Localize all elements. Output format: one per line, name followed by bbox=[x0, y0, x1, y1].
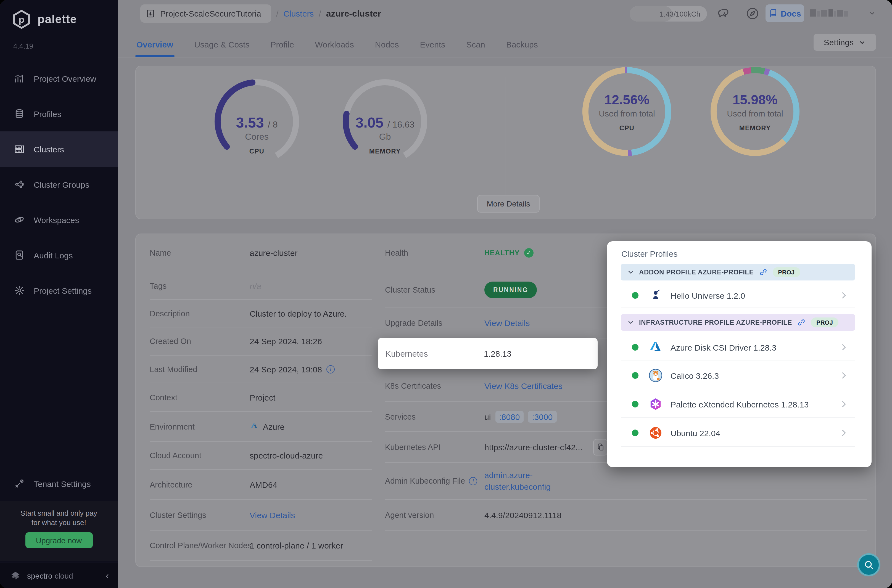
profile-layer-palette-extended-kubernetes-1-28-13[interactable]: Palette eXtended Kubernetes 1.28.13 bbox=[621, 391, 855, 418]
sidebar-item-project-settings[interactable]: Project Settings bbox=[0, 273, 118, 308]
spectro-cloud-logo bbox=[9, 570, 22, 582]
tabs: OverviewUsage & CostsProfileWorkloadsNod… bbox=[135, 32, 539, 56]
tab-workloads[interactable]: Workloads bbox=[314, 32, 355, 56]
proj-badge: PROJ bbox=[772, 267, 800, 277]
detail-row-environment: EnvironmentAzure bbox=[150, 412, 372, 442]
link-view-details[interactable]: View Details bbox=[484, 318, 530, 328]
gear-icon bbox=[13, 284, 26, 297]
tab-usage-costs[interactable]: Usage & Costs bbox=[193, 32, 251, 56]
kubeconfig-download-link[interactable]: admin.azure-cluster.kubeconfig bbox=[484, 469, 551, 492]
profile-layer-calico-3-26-3[interactable]: Calico 3.26.3 bbox=[621, 362, 855, 389]
sidebar-item-project-overview[interactable]: Project Overview bbox=[0, 61, 118, 96]
app-window: p palette 4.4.19 Project Overview Profil… bbox=[0, 0, 892, 588]
status-dot-green bbox=[632, 372, 638, 379]
profile-section-addon-profile-azure-profile[interactable]: ADDON PROFILE AZURE-PROFILE PROJ bbox=[621, 264, 855, 280]
audit-icon bbox=[13, 249, 26, 261]
detail-value: spectro-cloud-azure bbox=[250, 451, 323, 460]
detail-label: Control Plane/Worker Nodes bbox=[150, 541, 252, 550]
detail-label: Architecture bbox=[150, 480, 192, 489]
compass-icon[interactable] bbox=[746, 7, 760, 20]
sidebar-item-workspaces[interactable]: Workspaces bbox=[0, 202, 118, 237]
detail-value: Project bbox=[250, 393, 275, 402]
cluster-profiles-panel: Cluster Profiles ADDON PROFILE AZURE-PRO… bbox=[607, 241, 872, 467]
chevron-right-icon bbox=[839, 343, 848, 352]
chevron-down-icon bbox=[628, 269, 634, 276]
settings-button[interactable]: Settings bbox=[814, 34, 876, 51]
chevron-down-icon bbox=[858, 38, 866, 46]
user-menu-redacted[interactable] bbox=[810, 9, 848, 16]
chevron-right-icon bbox=[839, 291, 848, 300]
cpu-used-donut-sublabel: Used from total bbox=[580, 109, 674, 118]
breadcrumb-project-pill[interactable]: Project-ScaleSecureTutoria bbox=[140, 4, 271, 22]
link-view-details[interactable]: View Details bbox=[250, 510, 295, 519]
tab-events[interactable]: Events bbox=[419, 32, 446, 56]
tab-nodes[interactable]: Nodes bbox=[374, 32, 400, 56]
profile-section-infrastructure-profile-azure-profile[interactable]: INFRASTRUCTURE PROFILE AZURE-PROFILE PRO… bbox=[621, 314, 855, 331]
tab-backups[interactable]: Backups bbox=[505, 32, 539, 56]
kubernetes-version-value: 1.28.13 bbox=[484, 349, 511, 358]
docs-button[interactable]: Docs bbox=[766, 4, 804, 22]
more-details-button[interactable]: More Details bbox=[477, 195, 540, 213]
sidebar-item-label: Workspaces bbox=[34, 215, 79, 224]
profile-layer-name: Ubuntu 22.04 bbox=[671, 428, 720, 438]
user-menu-chevron-down-icon[interactable] bbox=[868, 9, 876, 17]
server-icon bbox=[13, 143, 26, 155]
detail-value: Azure bbox=[250, 422, 284, 431]
calico-icon bbox=[649, 368, 663, 382]
sidebar-collapse-button[interactable]: ‹ bbox=[106, 571, 109, 580]
brand: p palette bbox=[11, 9, 77, 30]
detail-value: n/a bbox=[250, 281, 261, 290]
detail-label: Kubernetes API bbox=[385, 442, 441, 452]
detail-value: 24 Sep 2024, 19:08i bbox=[250, 364, 335, 374]
sidebar-item-label: Tenant Settings bbox=[34, 479, 91, 488]
detail-row-description: DescriptionCluster to deploy to Azure. bbox=[150, 300, 372, 327]
tab-overview[interactable]: Overview bbox=[135, 32, 174, 56]
sidebar-item-cluster-groups[interactable]: Cluster Groups bbox=[0, 167, 118, 202]
cpu-used-donut: 12.56%Used from totalCPU bbox=[580, 64, 674, 159]
detail-value: azure-cluster bbox=[250, 248, 297, 258]
cpu-gauge-caption: CPU bbox=[210, 147, 304, 155]
breadcrumb: / Clusters / azure-cluster bbox=[276, 4, 381, 22]
memory-gauge-caption: MEMORY bbox=[338, 147, 432, 155]
profile-layer-azure-disk-csi-driver-1-28-3[interactable]: Azure Disk CSI Driver 1.28.3 bbox=[621, 334, 855, 361]
detail-value: 1 control-plane / 1 worker bbox=[250, 541, 343, 550]
detail-label: Created On bbox=[150, 337, 191, 346]
bar-chart-icon bbox=[13, 72, 26, 84]
tab-scan[interactable]: Scan bbox=[465, 32, 486, 56]
layers-icon bbox=[13, 108, 26, 120]
detail-row-name: Nameazure-cluster bbox=[150, 234, 372, 272]
sidebar-item-label: Profiles bbox=[34, 109, 61, 118]
service-port-link[interactable]: :3000 bbox=[528, 411, 556, 422]
usage-credits-badge: 1.43/100kCh bbox=[630, 6, 707, 21]
brand-name: palette bbox=[38, 13, 77, 26]
chevron-right-icon bbox=[839, 429, 848, 437]
chat-icon[interactable] bbox=[717, 7, 731, 20]
cpu-gauge: 3.53 / 8CoresCPU bbox=[210, 75, 304, 168]
search-fab-button[interactable] bbox=[857, 553, 880, 576]
info-icon[interactable]: i bbox=[469, 477, 477, 485]
profile-layer-hello-universe-1-2-0[interactable]: Hello Universe 1.2.0 bbox=[621, 283, 855, 308]
sidebar-item-audit-logs[interactable]: Audit Logs bbox=[0, 237, 118, 273]
profile-layer-name: Calico 3.26.3 bbox=[671, 371, 719, 380]
sidebar-nav-tenant: Tenant Settings bbox=[0, 466, 118, 501]
tab-profile[interactable]: Profile bbox=[270, 32, 295, 56]
breadcrumb-clusters-link[interactable]: Clusters bbox=[283, 9, 314, 18]
upgrade-now-button[interactable]: Upgrade now bbox=[25, 532, 93, 548]
detail-value: Cluster to deploy to Azure. bbox=[250, 309, 347, 318]
link-view-k8s-certificates[interactable]: View K8s Certificates bbox=[484, 381, 563, 391]
sidebar-item-label: Project Overview bbox=[34, 74, 96, 83]
copy-api-url-button[interactable] bbox=[593, 439, 608, 455]
profile-layer-ubuntu-22-04[interactable]: Ubuntu 22.04 bbox=[621, 420, 855, 447]
info-icon[interactable]: i bbox=[326, 365, 335, 373]
sidebar-item-profiles[interactable]: Profiles bbox=[0, 96, 118, 131]
detail-label: Context bbox=[150, 393, 177, 402]
breadcrumb-project-name: Project-ScaleSecureTutoria bbox=[160, 9, 261, 18]
detail-label: Agent version bbox=[385, 510, 434, 519]
tools-icon bbox=[13, 478, 26, 490]
service-port-link[interactable]: :8080 bbox=[495, 411, 524, 422]
memory-used-donut: 15.98%Used from totalMEMORY bbox=[708, 64, 802, 159]
palette-k8s-icon bbox=[649, 397, 663, 411]
sidebar-item-tenant-settings[interactable]: Tenant Settings bbox=[0, 466, 118, 501]
detail-value: https://azure-cluster-cf42... bbox=[484, 442, 583, 452]
sidebar-item-clusters[interactable]: Clusters bbox=[0, 131, 118, 167]
